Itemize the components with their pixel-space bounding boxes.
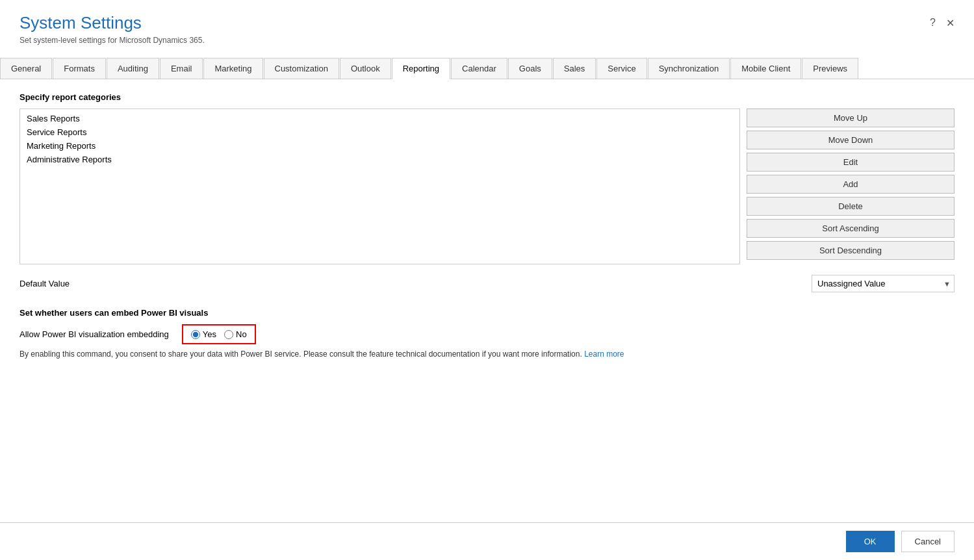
sort-descending-button[interactable]: Sort Descending [747, 241, 955, 260]
tab-customization[interactable]: Customization [264, 58, 339, 79]
default-value-right: Unassigned ValueSales ReportsService Rep… [747, 275, 955, 292]
powerbi-radio-group: Yes No [182, 324, 256, 344]
list-item[interactable]: Service Reports [23, 125, 737, 139]
powerbi-row-label: Allow Power BI visualization embedding [19, 329, 169, 339]
header-text-group: System Settings Set system-level setting… [19, 13, 205, 45]
powerbi-section: Set whether users can embed Power BI vis… [19, 308, 955, 359]
list-item[interactable]: Sales Reports [23, 112, 737, 125]
tab-outlook[interactable]: Outlook [340, 58, 391, 79]
powerbi-no-radio[interactable] [224, 330, 233, 339]
powerbi-no-label: No [236, 329, 247, 339]
move-down-button[interactable]: Move Down [747, 131, 955, 149]
close-icon[interactable]: ✕ [946, 17, 955, 29]
learn-more-link[interactable]: Learn more [584, 350, 624, 359]
help-icon[interactable]: ? [930, 17, 936, 29]
action-buttons-panel: Move Up Move Down Edit Add Delete Sort A… [747, 108, 955, 264]
tab-goals[interactable]: Goals [508, 58, 552, 79]
tab-calendar[interactable]: Calendar [451, 58, 507, 79]
edit-button[interactable]: Edit [747, 153, 955, 172]
tab-auditing[interactable]: Auditing [107, 58, 159, 79]
default-value-row: Default Value Unassigned ValueSales Repo… [19, 275, 955, 292]
footer: OK Cancel [0, 522, 974, 560]
tab-sales[interactable]: Sales [553, 58, 596, 79]
default-value-label: Default Value [19, 279, 70, 288]
tab-bar: GeneralFormatsAuditingEmailMarketingCust… [0, 58, 974, 79]
powerbi-yes-radio[interactable] [191, 330, 200, 339]
header-controls: ? ✕ [930, 13, 955, 29]
page-title: System Settings [19, 13, 205, 33]
powerbi-yes-label: Yes [203, 329, 216, 339]
tab-service[interactable]: Service [596, 58, 647, 79]
ok-button[interactable]: OK [846, 531, 895, 552]
tab-synchronization[interactable]: Synchronization [648, 58, 730, 79]
main-content: Specify report categories Sales ReportsS… [0, 79, 974, 382]
report-categories-heading: Specify report categories [19, 92, 955, 102]
powerbi-yes-option[interactable]: Yes [191, 329, 216, 339]
report-list: Sales ReportsService ReportsMarketing Re… [19, 108, 740, 264]
tab-reporting[interactable]: Reporting [392, 58, 450, 79]
cancel-button[interactable]: Cancel [901, 531, 955, 552]
default-value-select-wrapper[interactable]: Unassigned ValueSales ReportsService Rep… [812, 275, 955, 292]
tab-formats[interactable]: Formats [53, 58, 106, 79]
powerbi-section-heading: Set whether users can embed Power BI vis… [19, 308, 955, 318]
consent-text-content: By enabling this command, you consent to… [19, 350, 582, 359]
default-value-select[interactable]: Unassigned ValueSales ReportsService Rep… [812, 275, 955, 292]
consent-text: By enabling this command, you consent to… [19, 350, 955, 359]
tab-email[interactable]: Email [160, 58, 203, 79]
sort-ascending-button[interactable]: Sort Ascending [747, 219, 955, 238]
powerbi-row: Allow Power BI visualization embedding Y… [19, 324, 955, 344]
tab-general[interactable]: General [0, 58, 52, 79]
header: System Settings Set system-level setting… [0, 0, 974, 51]
list-item[interactable]: Administrative Reports [23, 153, 737, 166]
page-subtitle: Set system-level settings for Microsoft … [19, 36, 205, 45]
delete-button[interactable]: Delete [747, 197, 955, 216]
tab-mobile-client[interactable]: Mobile Client [730, 58, 801, 79]
powerbi-no-option[interactable]: No [224, 329, 247, 339]
add-button[interactable]: Add [747, 175, 955, 194]
tab-marketing[interactable]: Marketing [203, 58, 263, 79]
move-up-button[interactable]: Move Up [747, 108, 955, 127]
report-categories-area: Sales ReportsService ReportsMarketing Re… [19, 108, 955, 264]
tab-previews[interactable]: Previews [802, 58, 858, 79]
list-item[interactable]: Marketing Reports [23, 139, 737, 153]
